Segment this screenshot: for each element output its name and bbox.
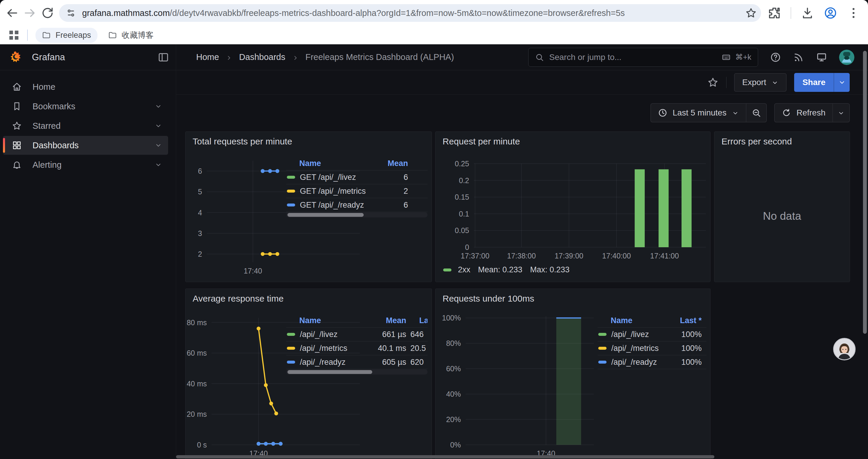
sidebar-item-label: Starred bbox=[32, 121, 61, 131]
sidebar-item-alerting[interactable]: Alerting bbox=[3, 155, 168, 174]
page-scrollbar[interactable] bbox=[863, 51, 867, 334]
legend-header[interactable]: Mean bbox=[371, 316, 406, 325]
legend-header[interactable]: Last * bbox=[406, 316, 428, 325]
chevron-down-icon[interactable] bbox=[155, 122, 162, 130]
svg-text:40%: 40% bbox=[446, 390, 461, 398]
legend-header[interactable]: Last * bbox=[669, 316, 702, 325]
news-rss-icon[interactable] bbox=[793, 52, 804, 63]
profile-icon[interactable] bbox=[824, 6, 837, 20]
user-avatar[interactable] bbox=[839, 50, 855, 65]
series-swatch bbox=[287, 333, 295, 336]
sidebar-collapse-icon[interactable] bbox=[157, 52, 169, 63]
clock-icon bbox=[658, 108, 668, 118]
share-button[interactable]: Share bbox=[794, 73, 850, 92]
zoom-out-button[interactable] bbox=[746, 104, 766, 122]
share-dropdown[interactable] bbox=[834, 73, 850, 92]
search-input[interactable]: Search or jump to... ⌘+k bbox=[528, 48, 758, 67]
address-bar[interactable]: grafana.mathmast.com/d/deytv4rwavabkb/fr… bbox=[59, 4, 761, 22]
sidebar-items: HomeBookmarksStarredDashboardsAlerting bbox=[0, 70, 176, 174]
downloads-icon[interactable] bbox=[801, 6, 814, 20]
series-name[interactable]: /api/_/metrics bbox=[611, 344, 659, 353]
breadcrumb: HomeDashboardsFreeleaps Metrics Dashboar… bbox=[196, 52, 454, 62]
legend-header[interactable]: Name bbox=[286, 159, 380, 168]
floating-assistant-avatar[interactable] bbox=[833, 338, 856, 360]
menu-kebab-icon[interactable] bbox=[847, 6, 860, 20]
breadcrumb-item[interactable]: Home bbox=[196, 52, 219, 62]
svg-text:17:40:00: 17:40:00 bbox=[602, 252, 631, 260]
extensions-icon[interactable] bbox=[768, 6, 781, 20]
forward-icon[interactable] bbox=[23, 6, 37, 20]
legend-header[interactable]: Name bbox=[598, 316, 669, 325]
panel-request-per-minute: Request per minute 0.250.20.150.10.05017… bbox=[435, 131, 711, 282]
time-range-picker[interactable]: Last 5 minutes bbox=[651, 104, 746, 122]
series-name[interactable]: 2xx bbox=[458, 265, 470, 274]
series-name[interactable]: /api/_/metrics bbox=[300, 344, 347, 353]
panel-title[interactable]: Average response time bbox=[193, 294, 284, 304]
svg-text:40 ms: 40 ms bbox=[187, 380, 207, 388]
series-swatch bbox=[598, 347, 607, 350]
breadcrumb-item[interactable]: Dashboards bbox=[239, 52, 285, 62]
grid-icon bbox=[12, 140, 22, 150]
share-label[interactable]: Share bbox=[794, 73, 834, 92]
series-name[interactable]: GET /api/_/livez bbox=[300, 173, 356, 182]
bookmark-label: 收藏博客 bbox=[122, 30, 154, 40]
sidebar-item-label: Home bbox=[32, 82, 55, 92]
url-text: grafana.mathmast.com/d/deytv4rwavabkb/fr… bbox=[82, 8, 745, 18]
export-button[interactable]: Export bbox=[734, 73, 786, 92]
apps-grid-icon[interactable] bbox=[7, 28, 21, 42]
panel-title[interactable]: Errors per second bbox=[721, 136, 792, 146]
svg-text:6: 6 bbox=[198, 167, 202, 175]
sidebar-item-home[interactable]: Home bbox=[3, 77, 168, 96]
legend-scrollbar[interactable] bbox=[286, 369, 428, 374]
bookmark-folder[interactable]: Freeleaps bbox=[35, 28, 97, 43]
legend-table: NameMeanGET /api/_/livez6GET /api/_/metr… bbox=[286, 157, 428, 212]
grafana-logo[interactable] bbox=[9, 51, 23, 64]
sidebar: Grafana HomeBookmarksStarredDashboardsAl… bbox=[0, 44, 176, 459]
refresh-button[interactable]: Refresh bbox=[775, 104, 833, 122]
panel-title[interactable]: Request per minute bbox=[442, 136, 520, 146]
legend-row: /api/_/livez661 µs646 bbox=[286, 328, 428, 341]
chevron-down-icon[interactable] bbox=[155, 141, 162, 149]
sidebar-item-starred[interactable]: Starred bbox=[3, 117, 168, 135]
site-settings-icon[interactable] bbox=[66, 8, 76, 18]
panel-title[interactable]: Total requests per minute bbox=[193, 136, 292, 146]
sidebar-item-bookmarks[interactable]: Bookmarks bbox=[3, 97, 168, 116]
legend-value: 20.5 ms bbox=[406, 344, 428, 353]
legend-row: /api/_/metrics100% bbox=[598, 341, 706, 355]
svg-text:2: 2 bbox=[198, 250, 202, 258]
requests-under-100ms-chart[interactable]: 100%80%60%40%20%0%17:40 bbox=[440, 316, 605, 459]
bookmark-folder[interactable]: 收藏博客 bbox=[102, 27, 160, 43]
kiosk-monitor-icon[interactable] bbox=[816, 52, 827, 63]
request-per-minute-chart[interactable]: 0.250.20.150.10.05017:37:0017:38:0017:39… bbox=[438, 158, 708, 262]
favorite-star-icon[interactable] bbox=[707, 77, 718, 88]
reload-icon[interactable] bbox=[41, 6, 54, 20]
bookmark-star-icon[interactable] bbox=[745, 7, 757, 19]
svg-text:60%: 60% bbox=[446, 364, 461, 373]
series-swatch bbox=[287, 203, 295, 206]
sidebar-item-dashboards[interactable]: Dashboards bbox=[3, 136, 168, 155]
panel-title[interactable]: Requests under 100ms bbox=[442, 294, 534, 304]
legend-line: 2xx Mean: 0.233 Max: 0.233 bbox=[443, 265, 569, 274]
legend-row: GET /api/_/livez6 bbox=[286, 170, 428, 184]
legend-header[interactable]: Mean bbox=[380, 159, 408, 168]
chevron-down-icon[interactable] bbox=[155, 161, 162, 169]
series-name[interactable]: GET /api/_/readyz bbox=[300, 201, 364, 210]
series-name[interactable]: /api/_/readyz bbox=[611, 358, 657, 367]
series-name[interactable]: /api/_/readyz bbox=[300, 358, 346, 367]
series-name[interactable]: /api/_/livez bbox=[300, 330, 338, 339]
help-icon[interactable] bbox=[770, 52, 781, 63]
refresh-interval-dropdown[interactable] bbox=[833, 104, 849, 122]
horizontal-scrollbar[interactable] bbox=[176, 455, 714, 458]
series-name[interactable]: GET /api/_/metrics bbox=[300, 187, 366, 196]
chevron-down-icon[interactable] bbox=[155, 102, 162, 110]
svg-text:0.25: 0.25 bbox=[455, 160, 469, 168]
chevron-right-icon bbox=[292, 54, 299, 61]
bookmark-label: Freeleaps bbox=[56, 31, 91, 40]
legend-scrollbar[interactable] bbox=[286, 212, 428, 218]
series-name[interactable]: /api/_/livez bbox=[611, 330, 649, 339]
legend-row: GET /api/_/metrics2 bbox=[286, 184, 428, 198]
legend-header[interactable]: Name bbox=[286, 316, 371, 325]
legend-value: 6 bbox=[380, 173, 408, 182]
legend-value: 6 bbox=[380, 201, 408, 210]
back-icon[interactable] bbox=[5, 6, 19, 20]
